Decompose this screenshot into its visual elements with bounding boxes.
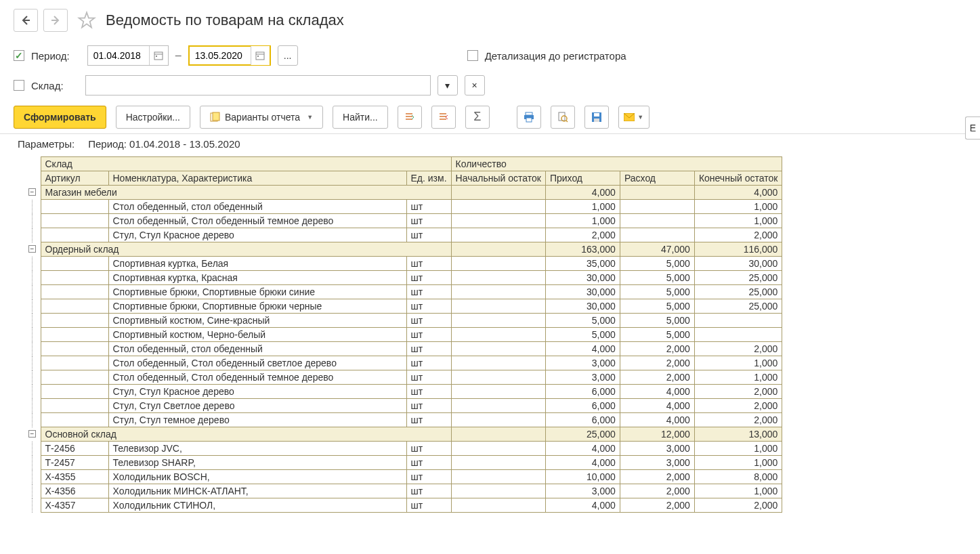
period-checkbox[interactable] [14,50,24,61]
cell-start [451,228,545,242]
generate-button-label: Сформировать [24,112,96,123]
cell-start [451,385,545,399]
col-out: Расход [620,171,694,186]
forward-button[interactable] [43,9,68,32]
right-panel-toggle[interactable]: Е [965,116,980,140]
date-from-calendar-icon[interactable] [149,46,168,65]
cell-in: 4,000 [545,442,620,456]
settings-button[interactable]: Настройки... [116,106,190,129]
date-from-input[interactable] [88,47,149,64]
print-button[interactable] [517,106,541,129]
cell-end: 4,000 [694,186,782,200]
cell-article: Х-4356 [41,484,108,498]
cell-end: 1,000 [694,370,782,385]
magnifier-icon [557,112,568,123]
cell-in: 2,000 [545,228,620,242]
cell-in: 5,000 [545,328,620,342]
cell-start [451,484,545,498]
period-more-button[interactable]: ... [278,45,298,66]
cell-out: 5,000 [620,328,694,342]
group-toggle[interactable]: − [28,245,36,253]
email-button[interactable]: ▼ [618,106,649,129]
cell-nomen: Холодильник СТИНОЛ, [108,498,406,513]
cell-start [451,470,545,484]
save-button[interactable] [584,106,609,129]
back-button[interactable] [14,9,38,32]
cell-start [451,399,545,413]
cell-nomen: Спортивные брюки, Спортивные брюки синие [108,285,406,299]
group-row: − Ордерный склад 163,000 47,000 116,000 [27,242,782,257]
date-from-field[interactable] [87,45,169,66]
cell-out: 5,000 [620,271,694,285]
report-table: Склад Количество Артикул Номенклатура, Х… [27,156,782,513]
warehouse-select[interactable] [85,75,431,95]
col-unit: Ед. изм. [406,171,451,186]
report-variants-button[interactable]: Варианты отчета ▼ [200,106,323,129]
group-toggle[interactable]: − [28,430,36,438]
warehouse-label: Склад: [31,80,64,91]
cell-nomen: Спортивный костюм, Сине-красный [108,314,406,328]
table-row: Стол обеденный, Стол обеденный темное де… [27,214,782,228]
settings-button-label: Настройки... [126,112,180,123]
cell-article [41,271,108,285]
cell-end: 1,000 [694,200,782,214]
svg-rect-2 [154,52,163,60]
cell-unit: шт [406,399,451,413]
table-row: Стол обеденный, Стол обеденный темное де… [27,370,782,385]
cell-article [41,356,108,370]
cell-out: 3,000 [620,456,694,470]
cell-out: 12,000 [620,427,694,442]
mail-icon [624,113,635,121]
cell-unit: шт [406,342,451,356]
date-to-input[interactable] [190,47,251,64]
collapse-groups-button[interactable] [431,106,456,129]
cell-start [451,370,545,385]
cell-in: 6,000 [545,385,620,399]
cell-unit: шт [406,470,451,484]
table-row: Спортивный костюм, Черно-белый шт 5,000 … [27,328,782,342]
cell-out: 5,000 [620,299,694,314]
cell-article [41,385,108,399]
svg-rect-12 [526,118,532,122]
warehouse-dropdown-button[interactable]: ▾ [438,75,458,95]
cell-unit: шт [406,370,451,385]
warehouse-clear-button[interactable]: × [465,75,485,95]
svg-rect-17 [594,113,599,116]
page-title: Ведомость по товарам на складах [106,12,344,29]
cell-out [620,200,694,214]
detail-checkbox[interactable] [467,50,478,61]
preview-button[interactable] [551,106,575,129]
cell-in: 3,000 [545,356,620,370]
cell-end: 25,000 [694,271,782,285]
cell-start [451,242,545,257]
cell-in: 163,000 [545,242,620,257]
cell-article [41,257,108,271]
report-parameters: Параметры: Период: 01.04.2018 - 13.05.20… [14,134,973,156]
group-toggle[interactable]: − [28,188,36,196]
cell-out: 2,000 [620,356,694,370]
favorite-star-icon[interactable] [77,11,96,30]
cell-unit: шт [406,228,451,242]
col-nomen: Номенклатура, Характеристика [108,171,406,186]
generate-button[interactable]: Сформировать [14,106,106,129]
cell-unit: шт [406,299,451,314]
find-button-label: Найти... [343,112,378,123]
cell-nomen: Холодильник МИНСК-АТЛАНТ, [108,484,406,498]
expand-groups-button[interactable] [398,106,422,129]
cell-article [41,342,108,356]
svg-rect-10 [526,112,532,115]
cell-article: Х-4357 [41,498,108,513]
cell-unit: шт [406,314,451,328]
sum-button[interactable]: Σ [465,106,490,129]
cell-start [451,342,545,356]
find-button[interactable]: Найти... [333,106,388,129]
cell-nomen: Стул, Стул Красное дерево [108,385,406,399]
table-row: Стол обеденный, стол обеденный шт 1,000 … [27,200,782,214]
cell-in: 10,000 [545,470,620,484]
warehouse-checkbox[interactable] [14,80,24,91]
report-variants-label: Варианты отчета [225,112,300,123]
cell-in: 4,000 [545,342,620,356]
cell-nomen: Стол обеденный, Стол обеденный светлое д… [108,356,406,370]
date-to-calendar-icon[interactable] [251,46,270,65]
date-to-field[interactable] [188,45,271,66]
